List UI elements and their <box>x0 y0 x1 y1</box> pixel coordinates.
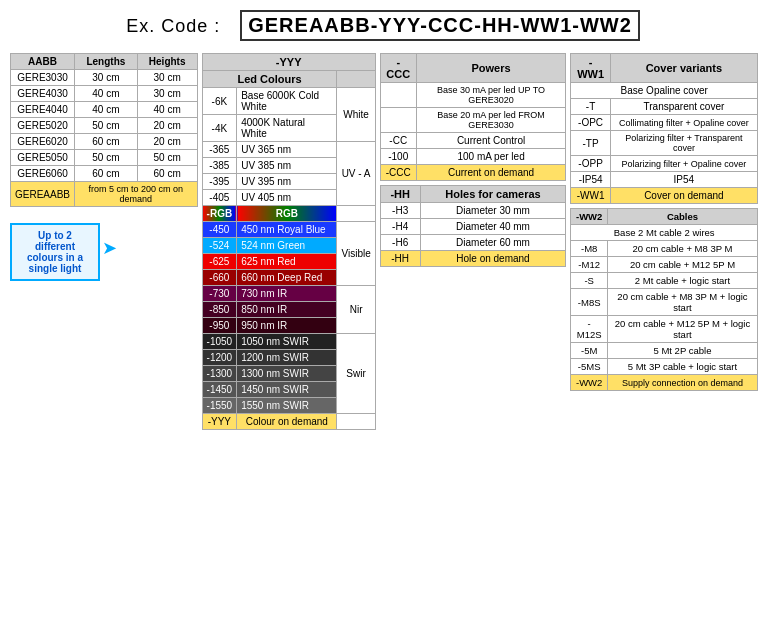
lengths-col-header: Lengths <box>75 54 138 70</box>
ww1-ww2-section: -WW1 Cover variants Base Opaline cover -… <box>570 53 758 391</box>
arrow-icon: ➤ <box>102 237 117 259</box>
table-row-demand: -WW2 Supply connection on demand <box>571 375 758 391</box>
ww2-base-row: Base 2 Mt cable 2 wires <box>571 225 758 241</box>
table-row: -S 2 Mt cable + logic start <box>571 273 758 289</box>
table-row: GERE404040 cm40 cm <box>11 102 198 118</box>
table-row: -CC Current Control <box>380 133 566 149</box>
title-prefix: Ex. Code : <box>126 16 220 36</box>
table-row: -H6 Diameter 60 mm <box>380 235 566 251</box>
table-row-demand: -YYY Colour on demand <box>202 414 375 430</box>
table-row: GERE505050 cm50 cm <box>11 150 198 166</box>
aabb-section: AABB Lengths Heights GERE303030 cm30 cm … <box>10 53 198 281</box>
yyy-header: -YYY <box>202 54 375 71</box>
ww1-subheader: Cover variants <box>610 54 757 83</box>
table-row: -T Transparent cover <box>571 99 758 115</box>
table-row: -5MS 5 Mt 3P cable + logic start <box>571 359 758 375</box>
ccc-subheader: Powers <box>416 54 566 83</box>
table-row: GERE602060 cm20 cm <box>11 134 198 150</box>
title-code: GEREAABB-YYY-CCC-HH-WW1-WW2 <box>240 10 640 41</box>
table-row: GERE303030 cm30 cm <box>11 70 198 86</box>
ccc-header: -CCC <box>380 54 416 83</box>
table-row: -100 100 mA per led <box>380 149 566 165</box>
table-row: GERE606060 cm60 cm <box>11 166 198 182</box>
table-row: -M8S 20 cm cable + M8 3P M + logic start <box>571 289 758 316</box>
table-row-demand: -WW1 Cover on demand <box>571 188 758 204</box>
ccc-hh-section: -CCC Powers Base 30 mA per led UP TO GER… <box>380 53 567 267</box>
table-row: -OPP Polarizing filter + Opaline cover <box>571 156 758 172</box>
ww2-subheader: Cables <box>607 209 757 225</box>
yyy-subheader: Led Colours <box>202 71 337 88</box>
heights-col-header: Heights <box>137 54 197 70</box>
hh-header: -HH <box>380 186 420 203</box>
table-row: -TP Polarizing filter + Transparent cove… <box>571 131 758 156</box>
table-row-demand: -HH Hole on demand <box>380 251 566 267</box>
table-row: -M12S 20 cm cable + M12 5P M + logic sta… <box>571 316 758 343</box>
hh-subheader: Holes for cameras <box>420 186 566 203</box>
table-row-demand: -CCC Current on demand <box>380 165 566 181</box>
yyy-section: -YYY Led Colours -6K Base 6000K Cold Whi… <box>202 53 376 430</box>
ww2-header: -WW2 <box>571 209 608 225</box>
table-row: -H4 Diameter 40 mm <box>380 219 566 235</box>
table-row: -6K Base 6000K Cold White White <box>202 88 375 115</box>
table-row: GERE502050 cm20 cm <box>11 118 198 134</box>
ww1-base-row: Base Opaline cover <box>571 83 758 99</box>
table-row: -365 UV 365 nm UV - A <box>202 142 375 158</box>
aabb-special-row: GEREAABB from 5 cm to 200 cm on demand <box>11 182 198 207</box>
table-row: -RGB RGB <box>202 206 375 222</box>
main-layout: AABB Lengths Heights GERE303030 cm30 cm … <box>10 53 758 430</box>
table-row: -730 730 nm IR Nir <box>202 286 375 302</box>
table-row: -H3 Diameter 30 mm <box>380 203 566 219</box>
table-row: -5M 5 Mt 2P cable <box>571 343 758 359</box>
aabb-col-header: AABB <box>11 54 75 70</box>
table-row: Base 20 mA per led FROM GERE3030 <box>380 108 566 133</box>
table-row: -M8 20 cm cable + M8 3P M <box>571 241 758 257</box>
page-title: Ex. Code : GEREAABB-YYY-CCC-HH-WW1-WW2 <box>10 10 758 41</box>
table-row: -IP54 IP54 <box>571 172 758 188</box>
table-row: -OPC Collimating filter + Opaline cover <box>571 115 758 131</box>
table-row: -450 450 nm Royal Blue Visible <box>202 222 375 238</box>
ww1-header: -WW1 <box>571 54 610 83</box>
table-row: -M12 20 cm cable + M12 5P M <box>571 257 758 273</box>
note-box: Up to 2 different colours in a single li… <box>10 223 100 281</box>
table-row: Base 30 mA per led UP TO GERE3020 <box>380 83 566 108</box>
table-row: GERE403040 cm30 cm <box>11 86 198 102</box>
table-row: -1050 1050 nm SWIR Swir <box>202 334 375 350</box>
